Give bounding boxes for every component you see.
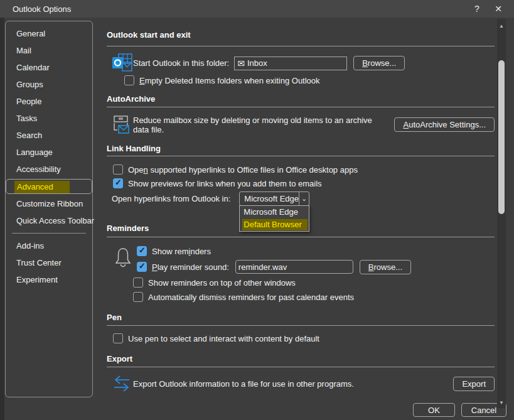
section-rule [107,237,495,237]
archive-box-icon [107,115,133,134]
section-heading-start-exit: Outlook start and exit [107,30,495,40]
empty-deleted-checkbox-row: Empty Deleted Items folders when exiting… [124,75,495,85]
browser-dropdown-value: Microsoft Edge [240,194,299,203]
sound-file-field[interactable] [235,260,353,274]
envelope-icon: ✉ [237,58,245,68]
sidebar-item-general[interactable]: General [6,25,92,42]
outlook-app-icon [107,53,133,73]
scrollbar-down-icon[interactable]: ▼ [497,398,506,407]
reminders-dismiss-label: Automatically dismiss reminders for past… [148,293,354,302]
browse-folder-button[interactable]: Browse... [353,56,405,70]
browser-dropdown-popup: Microsoft Edge Default Browser [239,205,309,232]
dropdown-option-microsoft-edge[interactable]: Microsoft Edge [240,206,309,218]
show-reminders-checkbox[interactable] [137,246,147,256]
start-folder-row: Start Outlook in this folder: ✉ Browse..… [107,53,495,73]
vertical-scrollbar[interactable]: ▲ ▼ [497,19,506,408]
export-button[interactable]: Export [453,377,495,391]
section-heading-export: Export [107,354,495,363]
start-folder-input[interactable] [245,58,346,68]
sidebar-item-groups[interactable]: Groups [6,76,92,93]
reminders-block: Show reminders Play reminder sound: Brow… [107,244,495,302]
autoarchive-desc: Reduce mailbox size by deleting or movin… [133,116,387,134]
help-icon[interactable]: ? [466,0,488,18]
empty-deleted-label: Empty Deleted Items folders when exiting… [139,76,320,85]
section-heading-autoarchive: AutoArchive [107,94,495,104]
default-browser-highlight-annotation: Default Browser [242,219,307,230]
sidebar-item-search[interactable]: Search [6,127,92,144]
open-hyperlinks-label: Open hyperlinks from Outlook in: [112,194,230,203]
play-sound-label: Play reminder sound: [152,262,229,272]
sidebar-item-accessibility[interactable]: Accessibility [6,161,92,178]
office-links-checkbox-row: Open supported hyperlinks to Office file… [113,164,495,175]
start-folder-label: Start Outlook in this folder: [133,58,229,68]
sound-file-input[interactable] [236,262,353,272]
reminders-dismiss-checkbox[interactable] [133,292,143,302]
show-reminders-row: Show reminders [137,244,495,258]
section-heading-pen: Pen [107,313,495,322]
pen-checkbox[interactable] [113,333,123,343]
reminders-dismiss-row: Automatically dismiss reminders for past… [133,292,495,302]
play-sound-row: Play reminder sound: Browse... [137,259,495,275]
browse-sound-button[interactable]: Browse... [360,260,411,274]
advanced-highlight-annotation: Advanced [14,181,70,193]
office-links-checkbox[interactable] [113,164,123,175]
window-title: Outlook Options [13,4,71,14]
empty-deleted-checkbox[interactable] [124,75,134,85]
browser-dropdown-control[interactable]: Microsoft Edge ⌄ [239,191,309,206]
sidebar-divider [12,233,86,234]
section-rule [107,156,495,156]
sidebar-item-tasks[interactable]: Tasks [6,110,92,127]
office-links-label: Open supported hyperlinks to Office file… [128,165,358,175]
export-desc: Export Outlook information to a file for… [133,379,453,389]
link-previews-checkbox-row: Show previews for links when you add the… [113,178,495,188]
autoarchive-row: Reduce mailbox size by deleting or movin… [107,115,495,134]
sidebar-nav: General Mail Calendar Groups People Task… [5,21,93,397]
dropdown-option-default-browser[interactable]: Default Browser [240,218,309,231]
link-previews-label: Show previews for links when you add the… [128,179,322,188]
close-icon[interactable]: ✕ [488,0,509,18]
bell-icon [114,247,132,269]
export-row: Export Outlook information to a file for… [107,375,495,392]
open-hyperlinks-row: Open hyperlinks from Outlook in: Microso… [112,191,495,206]
left-edge-strip [0,18,4,420]
options-content: Outlook start and exit Start Outlook in … [107,18,495,392]
sidebar-item-advanced[interactable]: Advanced [6,179,92,194]
link-previews-checkbox[interactable] [113,178,123,188]
play-sound-checkbox[interactable] [137,262,147,272]
reminders-ontop-row: Show reminders on top of other windows [133,277,495,288]
scrollbar-thumb[interactable] [498,60,505,214]
section-rule [107,107,495,107]
autoarchive-settings-button[interactable]: AutoArchive Settings... [394,117,495,132]
show-reminders-label: Show reminders [152,247,211,256]
sidebar-item-quick-access-toolbar[interactable]: Quick Access Toolbar [6,212,92,229]
titlebar: Outlook Options ? ✕ [0,0,514,18]
pen-checkbox-row: Use pen to select and interact with cont… [113,333,495,343]
start-folder-field[interactable]: ✉ [234,57,347,70]
sidebar-item-add-ins[interactable]: Add-ins [6,237,92,254]
section-heading-link-handling: Link Handling [107,144,495,153]
ok-button[interactable]: OK [413,403,455,417]
sidebar-item-trust-center[interactable]: Trust Center [6,254,92,271]
sidebar-item-experiment[interactable]: Experiment [6,271,92,288]
section-rule [107,325,495,326]
reminders-ontop-checkbox[interactable] [133,277,143,288]
export-arrows-icon [107,375,133,392]
scrollbar-up-icon[interactable]: ▲ [497,21,506,30]
browser-dropdown: Microsoft Edge ⌄ Microsoft Edge Default … [239,191,309,206]
reminders-ontop-label: Show reminders on top of other windows [148,278,296,288]
section-rule [107,367,495,367]
sidebar-item-customize-ribbon[interactable]: Customize Ribbon [6,195,92,212]
sidebar-item-mail[interactable]: Mail [6,42,92,59]
sidebar-item-language[interactable]: Language [6,144,92,161]
sidebar-item-calendar[interactable]: Calendar [6,59,92,76]
sidebar-item-people[interactable]: People [6,93,92,110]
section-rule [107,46,495,46]
chevron-down-icon[interactable]: ⌄ [299,192,309,205]
pen-label: Use pen to select and interact with cont… [128,334,319,343]
outlook-options-dialog: Outlook Options ? ✕ General Mail Calenda… [0,0,514,420]
